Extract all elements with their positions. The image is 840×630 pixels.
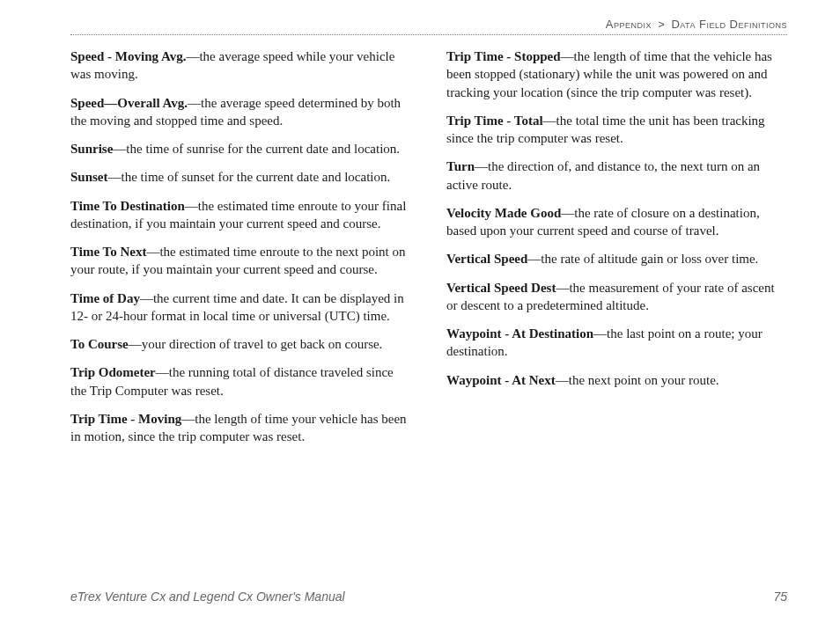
term: Vertical Speed bbox=[446, 252, 527, 266]
term: To Course bbox=[70, 337, 129, 351]
definition-entry: Trip Time - Stopped—the length of time t… bbox=[446, 48, 787, 101]
term: Waypoint - At Destination bbox=[446, 326, 593, 341]
definition-entry: Vertical Speed—the rate of altitude gain… bbox=[446, 250, 787, 267]
definition: —your direction of travel to get back on… bbox=[129, 337, 383, 351]
footer-title: eTrex Venture Cx and Legend Cx Owner's M… bbox=[70, 590, 345, 604]
page-number: 75 bbox=[773, 590, 787, 604]
term: Trip Time - Total bbox=[446, 114, 543, 128]
term: Vertical Speed Dest bbox=[446, 281, 556, 295]
breadcrumb-page: Data Field Definitions bbox=[671, 18, 787, 31]
definition-entry: Waypoint - At Next—the next point on you… bbox=[446, 371, 787, 389]
definition-entry: Speed - Moving Avg.—the average speed wh… bbox=[70, 48, 411, 84]
term: Sunrise bbox=[70, 142, 113, 156]
breadcrumb-section: Appendix bbox=[606, 18, 652, 31]
definition-entry: Trip Odometer—the running total of dista… bbox=[70, 363, 411, 399]
header-divider bbox=[70, 34, 787, 35]
term: Waypoint - At Next bbox=[446, 373, 556, 387]
term: Trip Time - Stopped bbox=[446, 49, 561, 63]
term: Time of Day bbox=[70, 291, 140, 305]
definition: —the time of sunrise for the current dat… bbox=[113, 142, 400, 156]
definition-entry: Vertical Speed Dest—the measurement of y… bbox=[446, 279, 787, 315]
definition-entry: Time of Day—the current time and date. I… bbox=[70, 289, 411, 326]
definition-entry: Sunrise—the time of sunrise for the curr… bbox=[70, 140, 411, 158]
definition-entry: Trip Time - Total—the total time the uni… bbox=[446, 112, 787, 148]
term: Time To Destination bbox=[70, 199, 185, 213]
definition-entry: Speed—Overall Avg.—the average speed det… bbox=[70, 94, 411, 130]
page-footer: eTrex Venture Cx and Legend Cx Owner's M… bbox=[70, 590, 787, 604]
breadcrumb: Appendix > Data Field Definitions bbox=[70, 18, 787, 31]
definition-entry: Waypoint - At Destination—the last point… bbox=[446, 325, 787, 361]
term: Sunset bbox=[70, 170, 108, 184]
left-column: Speed - Moving Avg.—the average speed wh… bbox=[70, 48, 411, 456]
content-columns: Speed - Moving Avg.—the average speed wh… bbox=[70, 48, 787, 456]
definition-entry: Time To Destination—the estimated time e… bbox=[70, 197, 411, 233]
right-column: Trip Time - Stopped—the length of time t… bbox=[446, 48, 787, 456]
definition-entry: Time To Next—the estimated time enroute … bbox=[70, 243, 411, 279]
definition-entry: Trip Time - Moving—the length of time yo… bbox=[70, 410, 411, 446]
definition: —the time of sunset for the current date… bbox=[108, 170, 391, 184]
definition-entry: Turn—the direction of, and distance to, … bbox=[446, 158, 787, 194]
definition-entry: Sunset—the time of sunset for the curren… bbox=[70, 168, 411, 186]
term: Time To Next bbox=[70, 245, 146, 259]
term: Turn bbox=[446, 159, 475, 173]
definition-entry: Velocity Made Good—the rate of closure o… bbox=[446, 204, 787, 240]
definition: —the direction of, and distance to, the … bbox=[446, 159, 760, 191]
term: Trip Odometer bbox=[70, 365, 156, 379]
term: Velocity Made Good bbox=[446, 206, 561, 220]
definition: —the next point on your route. bbox=[556, 373, 719, 387]
term: Trip Time - Moving bbox=[70, 412, 181, 426]
definition: —the rate of altitude gain or loss over … bbox=[527, 252, 758, 266]
definition-entry: To Course—your direction of travel to ge… bbox=[70, 335, 411, 353]
term: Speed - Moving Avg. bbox=[70, 49, 186, 63]
term: Speed—Overall Avg. bbox=[70, 96, 188, 110]
breadcrumb-sep: > bbox=[658, 18, 665, 31]
